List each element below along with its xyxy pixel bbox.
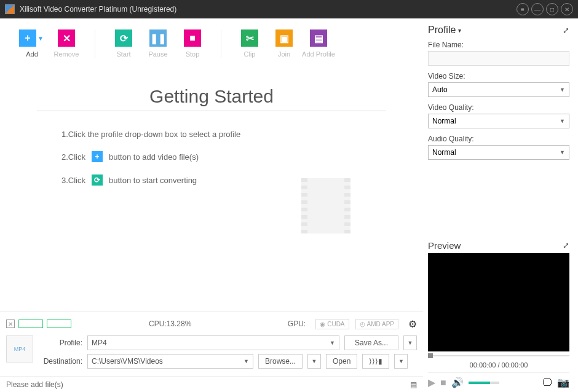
preview-viewport [428,253,569,351]
browse-dropdown[interactable]: ▼ [307,354,321,369]
save-as-button[interactable]: Save As... [344,335,398,350]
join-button[interactable]: ▣ Join [267,29,301,58]
volume-slider[interactable] [469,382,499,384]
seek-bar[interactable] [428,355,569,356]
pause-button[interactable]: ❚❚ Pause [141,29,175,58]
profile-label: Profile: [39,339,82,347]
divider [37,111,386,111]
profile-select[interactable]: MP4▼ [87,335,339,350]
gpu-label: GPU: [288,319,306,328]
pause-icon: ❚❚ [149,29,167,47]
settings-gear-icon[interactable]: ⚙ [408,318,417,330]
open-button[interactable]: Open [326,354,357,369]
step-2: 2.Click + button to add video file(s) [61,151,398,162]
destination-label: Destination: [39,357,82,366]
getting-started-title: Getting Started [25,86,398,107]
maximize-button[interactable]: □ [546,3,558,15]
file-name-label: File Name: [428,41,569,49]
refresh-icon: ⟳ [92,174,103,186]
scissors-icon: ✂ [241,29,258,47]
close-button[interactable]: ✕ [561,3,573,15]
cpu-label: CPU:13.28% [149,319,191,328]
format-thumbnail: MP4 [6,335,33,363]
time-display: 00:00:00 / 00:00:00 [428,358,569,373]
meter-2 [47,319,71,328]
video-size-select[interactable]: Auto▼ [428,82,569,97]
toolbar: + ▼ Add ✕ Remove ⟳ Start ❚❚ Pause [0,18,423,63]
window-title: Xilisoft Video Converter Platinum (Unreg… [20,5,176,14]
list-view-icon[interactable]: ▤ [410,380,417,389]
step-1: 1.Click the profile drop-down box to sel… [61,130,398,139]
meter-1 [18,319,43,328]
snapshot-icon[interactable]: 📷 [557,377,569,388]
expand-preview-icon[interactable]: ⤢ [563,241,569,250]
save-as-dropdown[interactable]: ▼ [403,335,417,350]
preview-title: Preview ⤢ [428,237,569,251]
start-button[interactable]: ⟳ Start [106,29,141,58]
remove-button[interactable]: ✕ Remove [49,29,84,58]
app-icon [5,4,15,14]
audio-quality-label: Audio Quality: [428,135,569,143]
audio-quality-select[interactable]: Normal▼ [428,145,569,160]
x-icon: ✕ [58,29,75,47]
join-icon: ▣ [275,29,293,47]
add-profile-button[interactable]: ▤ Add Profile [301,29,336,58]
merge-dropdown[interactable]: ▼ [394,354,408,369]
status-text: Please add file(s) [6,380,63,389]
video-quality-select[interactable]: Normal▼ [428,114,569,128]
clip-button[interactable]: ✂ Clip [232,29,267,58]
title-bar: Xilisoft Video Converter Platinum (Unreg… [0,0,578,18]
menu-button[interactable]: ≡ [517,3,529,15]
destination-input[interactable]: C:\Users\VMS\Videos▼ [87,354,253,369]
cuda-badge[interactable]: ◉ CUDA [315,319,349,329]
volume-icon[interactable]: 🔊 [451,377,464,388]
profile-panel-title: Profile▾ ⤢ [428,25,569,36]
add-button[interactable]: + ▼ Add [15,29,49,58]
filmstrip-placeholder [301,178,350,233]
clear-meter-button[interactable]: ✕ [6,319,15,328]
plus-icon: + [19,29,36,47]
browse-button[interactable]: Browse... [258,354,303,369]
minimize-button[interactable]: — [531,3,544,15]
meter-row: ✕ CPU:13.28% GPU: ◉ CUDA ◴ AMD APP ⚙ [6,316,417,332]
file-name-input[interactable] [428,51,569,66]
plus-icon: + [92,151,103,162]
add-dropdown[interactable]: ▼ [36,29,45,47]
video-quality-label: Video Quality: [428,103,569,112]
amd-badge[interactable]: ◴ AMD APP [355,319,398,329]
main-area: Getting Started 1.Click the profile drop… [0,63,423,312]
stop-button[interactable]: ■ Stop [175,29,210,58]
stop-icon: ■ [184,29,201,47]
profile-icon: ▤ [310,29,327,47]
play-button[interactable]: ▶ [428,377,435,388]
video-size-label: Video Size: [428,72,569,80]
refresh-icon: ⟳ [115,29,132,47]
stop-playback-button[interactable]: ■ [440,377,446,388]
snapshot-folder-icon[interactable]: 🖵 [542,377,552,388]
status-bar: Please add file(s) ▤ [0,376,423,392]
merge-button[interactable]: ⟩⟩⟩▮ [362,354,389,369]
expand-profile-icon[interactable]: ⤢ [563,26,569,35]
